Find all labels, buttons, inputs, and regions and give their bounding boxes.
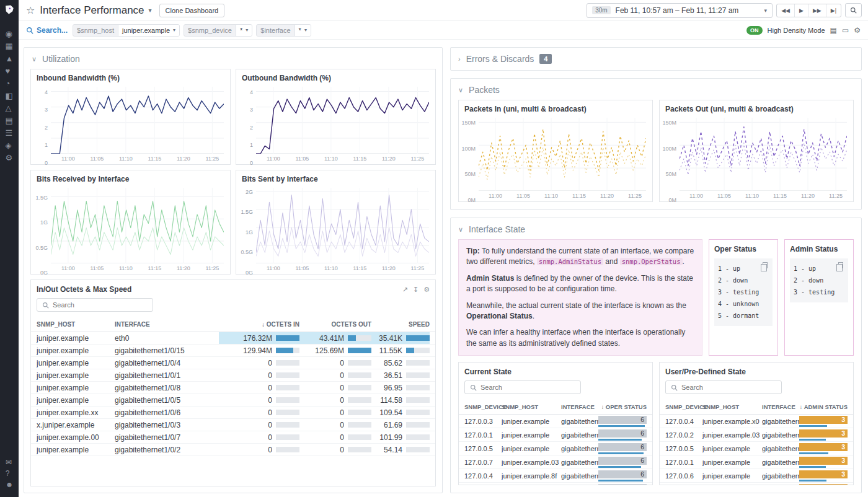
table-row[interactable]: juniper.examplegigabitethernet1/0/500114… [31,394,435,407]
metrics-icon[interactable]: ◔ [6,79,14,87]
table-row[interactable]: 127.0.0.3juniper.examplegigabitethernet1… [660,483,853,485]
table-row[interactable]: juniper.examplegigabitethernet1/0/40085.… [31,357,435,369]
column-header[interactable]: SNMP_HOST [702,403,762,410]
table-rows: 127.0.0.3juniper.examplegigabitethernet1… [459,415,652,485]
column-header[interactable]: INTERFACE [115,321,219,328]
column-header[interactable]: ↓ ADMIN STATUS [799,403,848,410]
column-header[interactable]: SNMP_HOST [37,321,115,328]
zoom-search-button[interactable] [846,4,861,17]
octets-search[interactable] [37,298,153,312]
column-header[interactable]: SNMP_DEVICE [464,403,502,410]
table-row[interactable]: juniper.example.xxgigabitethernet1/0/600… [31,407,435,419]
section-utilization[interactable]: ∨ Utilization [24,48,442,69]
watchdog-icon[interactable]: ◉ [6,30,14,38]
time-range-picker[interactable]: 30m Feb 11, 10:57 am – Feb 11, 11:27 am … [587,3,773,18]
monitors-icon[interactable]: ♥ [6,67,14,75]
table-row[interactable]: 127.0.0.4juniper.example.x0gigabitethern… [660,415,853,428]
chart-outbound-bandwidth[interactable]: Outbound Bandwidth (%) 0123411:0011:0511… [236,69,436,165]
x-axis-label: 11:05 [90,156,104,162]
tv-screen-icon[interactable]: ▤ [830,26,837,35]
dashboards-icon[interactable]: ▦ [6,42,14,50]
table-row[interactable]: juniper.examplegigabitethernet1/0/15129.… [31,345,435,357]
table-row[interactable]: 127.0.0.7juniper.example.03gigabitethern… [459,455,652,469]
presentation-mode-icon[interactable]: ▭ [842,26,849,35]
table-row[interactable]: 127.0.0.5juniper.examplegigabitethernet1… [459,442,652,455]
jump-back-button[interactable]: ◀◀ [777,4,794,17]
chart-bits-sent[interactable]: Bits Sent by Interface 0G0.5G1G1.5G2G11:… [236,170,436,275]
chart-inbound-bandwidth[interactable]: Inbound Bandwidth (%) 0123411:0011:0511:… [30,69,231,165]
table-row[interactable]: 127.0.0.5juniper.examplegigabitethernet1… [660,442,853,455]
copy-icon[interactable] [838,262,843,268]
table-header-row[interactable]: SNMP_DEVICESNMP_HOSTINTERFACE↓ OPER STAT… [459,399,652,415]
chevron-down-icon: ∨ [458,226,463,234]
integrations-icon[interactable]: ◧ [6,92,14,100]
play-button[interactable]: ▶ [794,4,808,17]
table-row[interactable]: juniper.examplegigabitethernet1/0/10036.… [31,369,435,382]
clone-dashboard-button[interactable]: Clone Dashboard [159,4,225,17]
column-header[interactable]: SNMP_DEVICE [665,403,702,410]
column-header[interactable]: OCTETS OUT [299,321,371,328]
fullscreen-icon[interactable]: ↗ [402,286,408,294]
value-bar [276,385,299,390]
section-errors-discards[interactable]: › Errors & Discards 4 [451,48,861,70]
jump-forward-button[interactable]: ▶▶ [808,4,826,17]
apm-icon[interactable]: △ [6,104,14,112]
infrastructure-icon[interactable]: ▲ [6,55,14,63]
datadog-logo[interactable] [4,4,15,15]
admin-status-widget: Admin Status 1 - up 2 - down 3 - testing [784,239,854,356]
security-icon[interactable]: ◈ [6,141,14,149]
chart-packets-in[interactable]: Packets In (uni, multi & broadcast) 0M50… [458,100,653,202]
column-header[interactable]: SNMP_HOST [502,403,561,410]
template-variable-snmp_device[interactable]: $snmp_device* ▾ [184,24,252,37]
table-row[interactable]: 127.0.0.3juniper.examplegigabitethernet1… [459,415,652,428]
jump-to-now-button[interactable]: ▶| [826,4,841,17]
table-row[interactable]: 127.0.0.1juniper.examplegigabitethernet1… [459,428,652,442]
title-dropdown-icon[interactable]: ▾ [149,7,152,14]
user-icon[interactable]: ☻ [6,481,14,488]
section-interface-state[interactable]: ∨ Interface State [451,218,861,239]
column-header[interactable]: ↓ OPER STATUS [598,403,647,410]
octets-header-row[interactable]: SNMP_HOSTINTERFACE↓ OCTETS INOCTETS OUTS… [31,317,435,332]
column-header[interactable]: SPEED [371,321,430,328]
numeric-cell: 0 [299,444,371,455]
chart-bits-received[interactable]: Bits Received by Interface 0G0.5G1G1.5G1… [30,170,231,275]
column-header[interactable]: INTERFACE [762,403,799,410]
help-icon[interactable]: ? [6,470,14,477]
dashboard-gear-icon[interactable]: ⚙ [854,26,861,35]
favorite-star-icon[interactable]: ☆ [26,4,35,16]
table-row[interactable]: juniper.examplegigabitethernet1/0/20054.… [31,444,435,456]
table-row[interactable]: juniper.example.00gigabitethernet1/0/700… [31,431,435,444]
y-axis-label: 150M [461,120,476,126]
current-state-search-input[interactable] [480,384,575,391]
table-row[interactable]: 127.0.0.1juniper.examplegigabitethernet1… [660,455,853,469]
table-row[interactable]: juniper.exampleeth0176.32M43.41M35.41K [31,332,435,345]
copy-icon[interactable] [763,262,768,268]
search-link[interactable]: Search... [26,26,68,35]
section-packets[interactable]: ∨ Packets [451,79,861,100]
right-column: › Errors & Discards 4 ∨ Packets Packets … [450,47,862,493]
column-header[interactable]: INTERFACE [561,403,598,410]
chart-packets-out[interactable]: Packets Out (uni, multi & broadcast) 0M5… [659,100,854,202]
table-row[interactable]: 127.0.0.6juniper.examplegigabitethernet1… [660,469,853,483]
notebooks-icon[interactable]: ▤ [6,117,14,125]
table-row[interactable]: juniper.examplegigabitethernet1/0/80096.… [31,382,435,394]
predefined-state-search-input[interactable] [681,384,776,391]
value-bar [276,372,299,378]
table-row[interactable]: 127.0.0.4juniper.example.8fgigabitethern… [459,469,652,483]
predefined-state-search[interactable] [665,380,782,394]
table-header-row[interactable]: SNMP_DEVICESNMP_HOSTINTERFACE↓ ADMIN STA… [660,399,853,415]
current-state-search[interactable] [464,380,581,394]
template-variable-interface[interactable]: $interface* ▾ [256,24,311,37]
chat-icon[interactable]: ✉ [6,459,14,466]
logs-icon[interactable]: ☰ [6,129,14,137]
table-row[interactable]: 127.0.0.2juniper.example.05gigabitethern… [459,483,652,485]
widget-gear-icon[interactable]: ⚙ [423,286,430,294]
export-icon[interactable]: ↧ [413,286,418,294]
table-row[interactable]: 127.0.0.2juniper.example.03gigabitethern… [660,428,853,442]
column-header[interactable]: ↓ OCTETS IN [219,321,299,328]
template-variable-snmp_host[interactable]: $snmp_hostjuniper.example ▾ [73,24,180,37]
table-row[interactable]: x.juniper.examplegigabitethernet1/0/3006… [31,419,435,431]
high-density-toggle[interactable]: ON [746,26,763,35]
settings-icon[interactable]: ⚙ [6,154,14,162]
octets-search-input[interactable] [53,301,148,309]
